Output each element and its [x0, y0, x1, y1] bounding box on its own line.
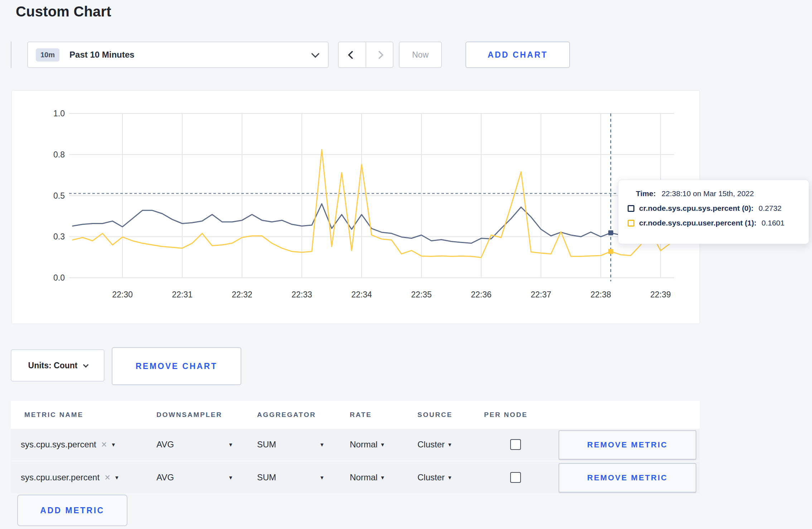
x-axis-tick-label: 22:37 [531, 290, 551, 299]
dropdown-arrow-icon: ▾ [381, 441, 384, 448]
aggregator-value: SUM [257, 472, 276, 482]
y-axis-tick-label: 0.5 [53, 191, 65, 200]
downsampler-value: AVG [156, 472, 174, 482]
chevron-left-icon [348, 50, 356, 59]
col-per-node: PER NODE [484, 401, 528, 429]
source-value: Cluster [417, 472, 445, 482]
tooltip-series-label: cr.node.sys.cpu.sys.percent (0): [639, 204, 754, 213]
series-user-swatch-icon [628, 220, 634, 227]
dropdown-arrow-icon[interactable]: ▾ [320, 462, 324, 493]
downsampler-select[interactable]: AVG [156, 429, 174, 460]
source-select[interactable]: Cluster ▾ [417, 429, 451, 460]
y-axis-tick-label: 0.0 [53, 273, 65, 282]
y-axis-tick-label: 0.3 [53, 232, 65, 241]
crosshair-point-marker [608, 230, 613, 236]
dropdown-arrow-icon[interactable]: ▾ [320, 429, 324, 460]
chevron-down-icon [83, 362, 89, 368]
x-axis-tick-label: 22:34 [351, 290, 372, 299]
source-select[interactable]: Cluster ▾ [417, 462, 451, 493]
time-back-button[interactable] [339, 42, 366, 67]
dropdown-arrow-icon: ▾ [112, 441, 115, 448]
add-metric-button[interactable]: ADD METRIC [17, 495, 127, 526]
clear-metric-icon[interactable]: × [105, 472, 110, 483]
add-chart-button[interactable]: ADD CHART [465, 42, 570, 68]
x-axis-tick-label: 22:33 [291, 290, 312, 299]
tooltip-series-value: 0.2732 [759, 204, 782, 213]
rate-select[interactable]: Normal ▾ [350, 462, 384, 493]
dropdown-arrow-icon: ▾ [115, 474, 119, 481]
crosshair-point-marker [608, 249, 613, 254]
time-range-badge: 10m [36, 48, 59, 62]
chevron-right-icon [375, 50, 384, 59]
dropdown-arrow-icon: ▾ [381, 474, 384, 481]
chevron-down-icon [311, 50, 320, 58]
remove-chart-button[interactable]: REMOVE CHART [112, 347, 241, 385]
x-axis-tick-label: 22:31 [172, 290, 193, 299]
timeseries-chart[interactable]: 0.00.30.50.81.022:3022:3122:3222:3322:34… [12, 91, 700, 324]
tooltip-time-row: Time: 22:38:10 on Mar 15th, 2022 [628, 189, 800, 198]
x-axis-tick-label: 22:36 [471, 290, 492, 299]
chart-tooltip: Time: 22:38:10 on Mar 15th, 2022 cr.node… [618, 180, 809, 244]
col-aggregator: AGGREGATOR [257, 401, 316, 429]
tooltip-time-value: 22:38:10 on Mar 15th, 2022 [662, 189, 754, 198]
metric-name-select[interactable]: sys.cpu.user.percent × ▾ [21, 462, 118, 493]
remove-metric-button[interactable]: REMOVE METRIC [559, 430, 696, 460]
rate-value: Normal [350, 440, 377, 450]
x-axis-tick-label: 22:30 [112, 290, 133, 299]
clear-metric-icon[interactable]: × [101, 439, 107, 450]
now-button[interactable]: Now [399, 42, 442, 68]
tooltip-series-row: cr.node.sys.cpu.sys.percent (0): 0.2732 [628, 204, 800, 213]
toolbar-divider [11, 42, 11, 68]
x-axis-tick-label: 22:39 [650, 290, 671, 299]
source-value: Cluster [417, 440, 445, 450]
rate-value: Normal [350, 472, 377, 482]
page-title: Custom Chart [16, 4, 111, 20]
rate-select[interactable]: Normal ▾ [350, 429, 384, 460]
y-axis-tick-label: 0.8 [53, 150, 65, 159]
tooltip-series-row: cr.node.sys.cpu.user.percent (1): 0.1601 [628, 219, 800, 227]
remove-metric-button[interactable]: REMOVE METRIC [559, 463, 696, 492]
downsampler-select[interactable]: AVG [156, 462, 174, 493]
metric-name-select[interactable]: sys.cpu.sys.percent × ▾ [21, 429, 115, 460]
per-node-checkbox[interactable] [510, 439, 521, 450]
time-range-select[interactable]: 10m Past 10 Minutes [27, 42, 329, 68]
time-nav-group [338, 42, 393, 68]
x-axis-tick-label: 22:35 [411, 290, 432, 299]
series-line-sys [73, 204, 671, 243]
units-select[interactable]: Units: Count [11, 349, 105, 382]
time-range-label: Past 10 Minutes [69, 50, 311, 60]
time-forward-button[interactable] [366, 42, 393, 67]
aggregator-select[interactable]: SUM [257, 429, 276, 460]
col-downsampler: DOWNSAMPLER [156, 401, 222, 429]
dropdown-arrow-icon: ▾ [448, 474, 451, 481]
x-axis-tick-label: 22:32 [232, 290, 252, 299]
x-axis-tick-label: 22:38 [590, 290, 611, 299]
chart-card: 0.00.30.50.81.022:3022:3122:3222:3322:34… [11, 90, 700, 324]
tooltip-series-value: 0.1601 [762, 219, 784, 227]
aggregator-select[interactable]: SUM [257, 462, 276, 493]
dropdown-arrow-icon: ▾ [448, 441, 451, 448]
metric-name-value: sys.cpu.user.percent [21, 472, 100, 482]
y-axis-tick-label: 1.0 [53, 109, 65, 118]
aggregator-value: SUM [257, 440, 276, 450]
per-node-checkbox[interactable] [510, 472, 521, 483]
tooltip-time-label: Time: [636, 189, 656, 198]
downsampler-value: AVG [156, 440, 174, 450]
chart-gridlines: 0.00.30.50.81.022:3022:3122:3222:3322:34… [53, 109, 674, 299]
series-line-user [73, 150, 671, 258]
metrics-table-header: METRIC NAME DOWNSAMPLER AGGREGATOR RATE … [11, 401, 700, 429]
tooltip-series-label: cr.node.sys.cpu.user.percent (1): [639, 219, 757, 227]
col-source: SOURCE [417, 401, 453, 429]
series-sys-swatch-icon [628, 205, 634, 212]
metric-name-value: sys.cpu.sys.percent [21, 440, 96, 450]
units-label: Units: Count [28, 361, 78, 370]
col-metric-name: METRIC NAME [24, 401, 83, 429]
dropdown-arrow-icon[interactable]: ▾ [229, 462, 232, 493]
dropdown-arrow-icon[interactable]: ▾ [229, 429, 232, 460]
col-rate: RATE [350, 401, 372, 429]
